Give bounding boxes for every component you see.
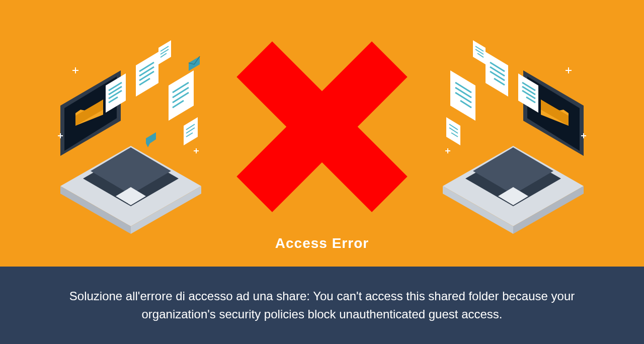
laptop-files-left-illustration — [45, 35, 206, 238]
caption-text: Soluzione all'errore di accesso ad una s… — [33, 287, 611, 323]
svg-marker-15 — [136, 52, 158, 97]
svg-marker-34 — [146, 132, 156, 147]
laptop-files-right-illustration — [438, 35, 599, 238]
svg-rect-79 — [445, 150, 450, 151]
svg-marker-25 — [158, 40, 171, 64]
svg-marker-70 — [446, 117, 460, 145]
svg-rect-75 — [566, 70, 572, 71]
svg-rect-40 — [194, 150, 199, 151]
svg-rect-36 — [72, 70, 78, 71]
hero-banner: Access Error — [0, 0, 644, 267]
caption-bar: Soluzione all'errore di accesso ad una s… — [0, 267, 644, 344]
svg-marker-61 — [450, 70, 475, 121]
svg-rect-77 — [581, 135, 586, 136]
svg-rect-38 — [58, 135, 63, 136]
svg-marker-56 — [486, 52, 508, 97]
error-cross-icon — [226, 31, 418, 224]
svg-marker-66 — [473, 40, 486, 64]
svg-marker-20 — [169, 70, 194, 121]
svg-marker-29 — [184, 117, 198, 145]
hero-title: Access Error — [275, 235, 369, 251]
